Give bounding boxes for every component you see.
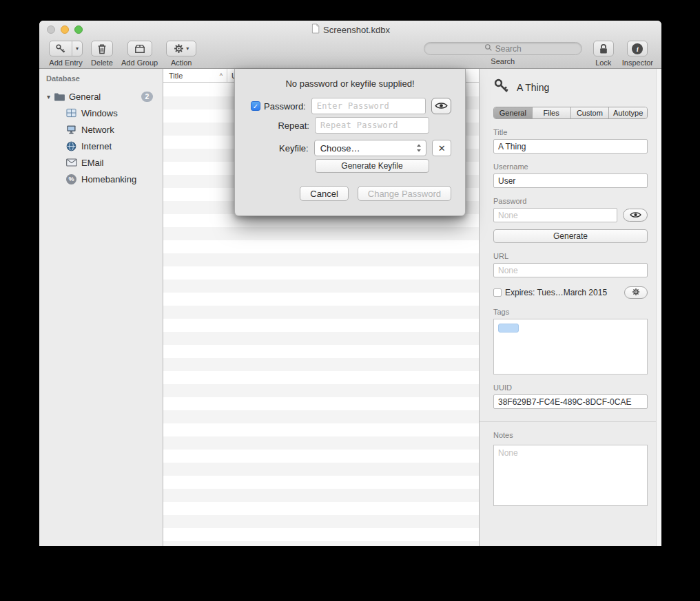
password-checkbox[interactable]: ✓ xyxy=(251,101,260,111)
search-label: Search xyxy=(491,57,515,65)
check-icon: ✓ xyxy=(253,103,258,110)
generate-keyfile-button[interactable]: Generate Keyfile xyxy=(315,159,429,173)
dialog-repeat-field[interactable] xyxy=(315,117,429,134)
lock-button[interactable] xyxy=(593,41,614,56)
uuid-field[interactable] xyxy=(493,394,648,409)
reveal-dialog-password-button[interactable] xyxy=(431,98,451,114)
repeat-row: Repeat: xyxy=(249,117,451,134)
generate-keyfile-label: Generate Keyfile xyxy=(341,161,402,171)
sidebar-item-homebanking[interactable]: % Homebanking xyxy=(39,171,163,187)
app-window: Screenshot.kdbx ▾ Add Entry xyxy=(39,21,661,546)
search-placeholder: Search xyxy=(495,44,522,54)
inspector-label: Inspector xyxy=(622,59,653,67)
dialog-actions: Cancel Change Password xyxy=(235,186,451,201)
notes-field[interactable] xyxy=(493,445,648,506)
sidebar-item-label: Network xyxy=(81,125,114,135)
column-header-title[interactable]: Title ^ xyxy=(163,69,227,82)
tags-box[interactable] xyxy=(493,319,648,375)
clear-keyfile-button[interactable]: ✕ xyxy=(432,140,451,156)
sidebar-item-label: EMail xyxy=(81,158,104,168)
keyfile-select[interactable]: Choose… xyxy=(314,140,427,156)
delete-label: Delete xyxy=(91,59,113,67)
traffic-lights xyxy=(47,25,83,34)
monitor-icon xyxy=(66,125,80,134)
lock-label: Lock xyxy=(595,59,611,67)
sidebar-item-label: Windows xyxy=(81,108,118,118)
tab-custom[interactable]: Custom xyxy=(570,107,609,118)
add-entry-button[interactable] xyxy=(50,41,72,56)
inspector-scrollbar[interactable] xyxy=(656,69,661,546)
url-label: URL xyxy=(493,252,648,260)
action-label: Action xyxy=(171,59,192,67)
toolbar-inspector: i Inspector xyxy=(622,41,653,67)
sidebar-header: Database xyxy=(39,74,163,83)
eye-icon xyxy=(435,100,448,112)
sidebar-item-label: Homebanking xyxy=(81,174,136,184)
url-field[interactable] xyxy=(493,263,648,277)
title-field[interactable] xyxy=(493,139,648,154)
select-chevrons-icon xyxy=(416,143,422,153)
titlebar[interactable]: Screenshot.kdbx xyxy=(39,21,661,39)
globe-icon xyxy=(66,141,80,151)
password-row: ✓ Password: xyxy=(249,98,451,114)
expires-row: Expires: Tues…March 2015 xyxy=(493,286,648,299)
change-password-label: Change Password xyxy=(368,189,441,199)
entry-count-badge: 2 xyxy=(141,92,153,102)
change-password-button[interactable]: Change Password xyxy=(358,186,451,201)
key-icon xyxy=(493,78,510,96)
tag-pill[interactable] xyxy=(498,324,519,333)
sidebar-item-windows[interactable]: Windows xyxy=(39,105,163,121)
change-password-dialog: No password or keyfile supplied! ✓ Passw… xyxy=(234,69,466,216)
tab-files[interactable]: Files xyxy=(532,107,570,118)
inspector-divider xyxy=(480,421,661,422)
add-entry-dropdown-button[interactable]: ▾ xyxy=(72,41,82,56)
generate-keyfile-row: Generate Keyfile xyxy=(249,159,451,173)
disclosure-triangle-icon[interactable]: ▾ xyxy=(43,93,54,101)
folder-icon xyxy=(54,92,68,101)
sidebar-item-network[interactable]: Network xyxy=(39,121,163,138)
search-input[interactable]: Search xyxy=(424,42,582,55)
sidebar-item-email[interactable]: EMail xyxy=(39,154,163,171)
tab-general[interactable]: General xyxy=(494,107,532,118)
expires-checkbox[interactable] xyxy=(493,288,502,297)
toolbar-lock: Lock xyxy=(593,41,614,67)
percent-glyph: % xyxy=(68,176,74,182)
info-icon: i xyxy=(632,43,643,54)
delete-button[interactable] xyxy=(91,41,113,56)
zoom-button[interactable] xyxy=(74,25,83,34)
toolbar-action: ▾ Action xyxy=(166,41,196,67)
username-field[interactable] xyxy=(493,173,648,188)
username-label: Username xyxy=(493,162,648,171)
reveal-password-button[interactable] xyxy=(623,209,648,222)
homebanking-icon: % xyxy=(66,174,80,184)
dialog-keyfile-label: Keyfile: xyxy=(279,143,309,154)
window-title-wrap: Screenshot.kdbx xyxy=(311,23,390,36)
dialog-repeat-label: Repeat: xyxy=(278,120,309,131)
caret-down-icon: ▾ xyxy=(186,45,189,52)
sidebar-item-internet[interactable]: Internet xyxy=(39,138,163,154)
key-icon xyxy=(55,43,66,54)
minimize-button[interactable] xyxy=(61,25,69,34)
cancel-button[interactable]: Cancel xyxy=(300,186,348,201)
tab-autotype[interactable]: Autotype xyxy=(608,107,647,118)
close-button[interactable] xyxy=(47,25,55,34)
generate-password-button[interactable]: Generate xyxy=(493,229,648,243)
toolbar-right: Search Search Lock i Ins xyxy=(424,41,653,67)
envelope-icon xyxy=(66,158,80,167)
action-button[interactable]: ▾ xyxy=(166,41,196,56)
toolbar-delete: Delete xyxy=(91,41,113,67)
password-field[interactable] xyxy=(493,208,617,222)
keyfile-select-value: Choose… xyxy=(320,143,360,154)
expires-settings-button[interactable] xyxy=(624,286,648,299)
inspector-button[interactable]: i xyxy=(627,41,648,56)
title-label: Title xyxy=(493,128,648,136)
sidebar-item-label: General xyxy=(69,92,101,102)
dialog-password-field[interactable] xyxy=(311,98,426,114)
column-title-label: Title xyxy=(169,72,183,80)
window-title: Screenshot.kdbx xyxy=(323,25,390,35)
sidebar-item-general[interactable]: ▾ General 2 xyxy=(39,88,163,105)
sidebar: Database ▾ General 2 Windows Networ xyxy=(39,69,163,546)
tags-label: Tags xyxy=(493,308,648,316)
dialog-password-label: Password: xyxy=(264,101,306,112)
add-group-button[interactable] xyxy=(127,41,152,56)
